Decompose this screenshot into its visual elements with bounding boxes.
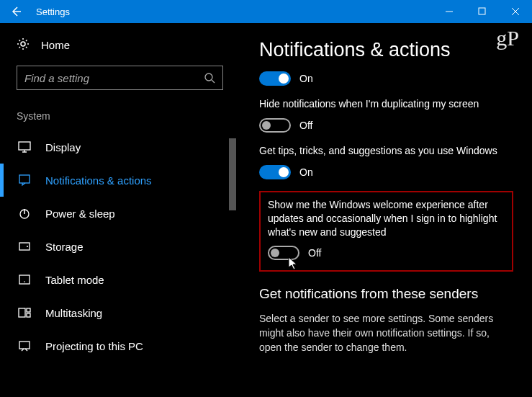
window-title: Settings — [36, 6, 70, 17]
toggle-switch[interactable] — [259, 165, 291, 179]
sidebar-item-label: Projecting to this PC — [45, 340, 143, 352]
toggle-label: Show me the Windows welcome experience a… — [268, 198, 505, 239]
senders-description: Select a sender to see more settings. So… — [259, 312, 513, 354]
section-label: System — [17, 110, 223, 122]
toggle-switch[interactable] — [259, 71, 291, 86]
svg-rect-11 — [27, 308, 30, 312]
minimize-button[interactable] — [433, 0, 466, 23]
svg-point-7 — [27, 246, 28, 247]
svg-rect-0 — [479, 8, 485, 14]
sidebar-item-multitasking[interactable]: Multitasking — [17, 296, 223, 329]
toggle-label: Hide notifications when I'm duplicating … — [259, 97, 513, 111]
sidebar: Home System Display Notifications & acti… — [0, 23, 236, 397]
gear-icon — [17, 37, 30, 53]
search-box[interactable] — [17, 66, 223, 90]
toggle-state: Off — [299, 120, 312, 131]
sidebar-item-notifications[interactable]: Notifications & actions — [17, 164, 223, 197]
sidebar-item-label: Notifications & actions — [45, 174, 152, 187]
tablet-icon — [17, 273, 32, 286]
back-button[interactable] — [0, 0, 32, 23]
projecting-icon — [17, 339, 32, 352]
home-label: Home — [41, 39, 70, 51]
sidebar-item-label: Power & sleep — [45, 208, 115, 220]
toggle-state: On — [299, 73, 313, 84]
toggle-state: On — [299, 166, 313, 178]
sidebar-scrollbar[interactable] — [229, 138, 236, 397]
svg-rect-4 — [19, 175, 30, 183]
sidebar-item-tablet[interactable]: Tablet mode — [17, 263, 223, 296]
toggle-row-notifications: On — [259, 71, 513, 86]
notification-icon — [17, 174, 32, 187]
toggle-label: Get tips, tricks, and suggestions as you… — [259, 144, 513, 158]
sidebar-item-projecting[interactable]: Projecting to this PC — [17, 329, 223, 362]
sidebar-item-label: Storage — [45, 241, 84, 253]
toggle-row-tips: Get tips, tricks, and suggestions as you… — [259, 144, 513, 179]
power-icon — [17, 207, 32, 220]
page-title: Notifications & actions — [259, 39, 513, 61]
search-input[interactable] — [17, 72, 222, 84]
senders-heading: Get notifications from these senders — [259, 286, 513, 302]
sidebar-item-label: Tablet mode — [45, 274, 104, 286]
svg-rect-13 — [19, 342, 30, 349]
svg-point-1 — [21, 42, 25, 46]
toggle-row-hide-duplicating: Hide notifications when I'm duplicating … — [259, 97, 513, 133]
svg-rect-3 — [19, 142, 30, 150]
storage-icon — [17, 240, 32, 253]
svg-point-9 — [24, 281, 25, 282]
titlebar: Settings — [0, 0, 532, 23]
svg-rect-12 — [27, 313, 30, 317]
multitasking-icon — [17, 306, 32, 319]
svg-point-2 — [205, 73, 212, 81]
sidebar-item-power[interactable]: Power & sleep — [17, 197, 223, 230]
svg-rect-10 — [19, 308, 25, 317]
main-panel: Notifications & actions On Hide notifica… — [236, 23, 532, 397]
close-button[interactable] — [499, 0, 532, 23]
monitor-icon — [17, 140, 32, 153]
home-link[interactable]: Home — [17, 37, 223, 53]
maximize-button[interactable] — [466, 0, 499, 23]
highlighted-setting: Show me the Windows welcome experience a… — [259, 191, 513, 272]
toggle-switch[interactable] — [268, 246, 299, 260]
toggle-switch[interactable] — [259, 118, 291, 133]
sidebar-item-storage[interactable]: Storage — [17, 230, 223, 263]
sidebar-item-display[interactable]: Display — [17, 130, 223, 164]
toggle-state: Off — [308, 247, 321, 259]
search-icon — [204, 72, 215, 86]
sidebar-item-label: Multitasking — [45, 307, 102, 319]
svg-rect-8 — [19, 275, 30, 284]
sidebar-item-label: Display — [45, 141, 81, 153]
